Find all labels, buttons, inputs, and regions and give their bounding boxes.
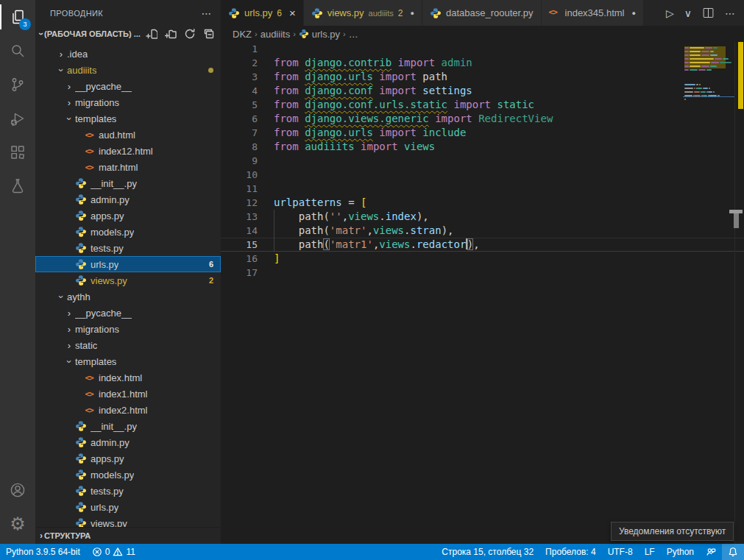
new-file-icon[interactable] (146, 28, 157, 40)
tree-folder-aythh[interactable]: ›aythh (35, 288, 221, 305)
tree-folder-templates[interactable]: ›templates (35, 353, 221, 369)
chevron-right-icon[interactable]: › (63, 324, 75, 335)
breadcrumb[interactable]: DKZ›audiiits›urls.py›… (221, 26, 744, 42)
tree-item-label: views.py (91, 275, 127, 286)
python-file-icon (75, 501, 87, 513)
language-mode-item[interactable]: Python (661, 544, 700, 560)
minimap[interactable] (683, 42, 734, 544)
tree-item-label: __init__.py (91, 178, 137, 189)
workspace-actions (146, 28, 215, 40)
chevron-down-icon[interactable]: › (64, 355, 75, 367)
activitybar-account-icon[interactable] (0, 473, 35, 507)
tree-folder--idea[interactable]: ›.idea (35, 46, 221, 62)
explorer-more-actions-icon[interactable]: ⋯ (202, 7, 212, 19)
tree-file-matr-html[interactable]: <>matr.html (35, 159, 221, 175)
tree-file-admin-py[interactable]: admin.py (35, 191, 221, 208)
code-line-7: 7from django.urls import include (221, 126, 744, 140)
chevron-right-icon[interactable]: › (63, 97, 75, 108)
tree-file-models-py[interactable]: models.py (35, 467, 221, 483)
tree-item-label: urls.py (91, 502, 118, 513)
tree-item-label: tests.py (91, 486, 124, 497)
tree-file-index2-html[interactable]: <>index2.html (35, 402, 221, 418)
tree-folder-migrations[interactable]: ›migrations (35, 321, 221, 337)
line-number: 15 (221, 238, 258, 251)
activitybar-source-control-icon[interactable] (0, 68, 35, 102)
problems-item[interactable]: 0 11 (86, 544, 141, 560)
refresh-icon[interactable] (184, 28, 196, 40)
breadcrumb-segment[interactable]: audiiits (261, 29, 290, 40)
tree-folder-templates[interactable]: ›templates (35, 110, 221, 127)
tree-file-index1-html[interactable]: <>index1.html (35, 386, 221, 402)
chevron-right-icon[interactable]: › (63, 340, 75, 351)
tab-database-roouter-py[interactable]: database_roouter.py (422, 0, 542, 26)
run-dropdown-icon[interactable]: ∨ (684, 7, 692, 19)
outline-section-header[interactable]: › СТРУКТУРА (35, 527, 221, 543)
close-icon[interactable]: × (289, 7, 296, 19)
html-file-icon: <> (549, 7, 561, 19)
line-number: 6 (221, 112, 258, 126)
line-number: 8 (221, 140, 258, 154)
feedback-item[interactable] (700, 544, 722, 560)
tree-file-tests-py[interactable]: tests.py (35, 483, 221, 499)
code-line-17: 17 (221, 266, 744, 280)
activitybar-testing-icon[interactable] (0, 169, 35, 203)
tab-urls-py[interactable]: urls.py6× (221, 0, 304, 26)
tab-label: views.py (327, 7, 364, 18)
encoding-item[interactable]: UTF-8 (602, 544, 639, 560)
indentation-item[interactable]: Пробелов: 4 (539, 544, 602, 560)
tree-file-apps-py[interactable]: apps.py (35, 450, 221, 467)
tree-file-tests-py[interactable]: tests.py (35, 240, 221, 256)
tree-folder--pycache-[interactable]: ›__pycache__ (35, 305, 221, 321)
modified-dot-icon[interactable]: ● (411, 10, 414, 17)
chevron-right-icon[interactable]: › (55, 49, 67, 60)
more-actions-icon[interactable]: ⋯ (725, 7, 735, 19)
tree-file-index12-html[interactable]: <>index12.html (35, 143, 221, 159)
notifications-tooltip: Уведомления отсутствуют (611, 522, 734, 541)
split-editor-icon[interactable] (702, 7, 715, 19)
tab-index345-html[interactable]: <>index345.html● (542, 0, 644, 26)
cursor-position-item[interactable]: Строка 15, столбец 32 (436, 544, 539, 560)
workspace-section-header[interactable]: › (РАБОЧАЯ ОБЛАСТЬ) ... (35, 26, 221, 42)
chevron-right-icon[interactable]: › (63, 81, 75, 92)
tree-folder-static[interactable]: ›static (35, 337, 221, 353)
scrollbar-handle-icon[interactable] (734, 213, 739, 228)
activitybar-extensions-icon[interactable] (0, 135, 35, 169)
chevron-right-icon[interactable]: › (63, 308, 75, 319)
collapse-all-icon[interactable] (203, 28, 215, 40)
activitybar-search-icon[interactable] (0, 34, 35, 68)
notifications-bell-item[interactable] (722, 544, 744, 560)
tree-file--init-py[interactable]: __init__.py (35, 418, 221, 434)
tree-file-aud-html[interactable]: <>aud.html (35, 127, 221, 143)
run-button-icon[interactable]: ▷ (666, 7, 674, 19)
tree-file-urls-py[interactable]: urls.py6 (35, 256, 221, 272)
tree-file-index-html[interactable]: <>index.html (35, 369, 221, 386)
chevron-down-icon[interactable]: › (56, 291, 67, 302)
new-folder-icon[interactable] (165, 28, 177, 40)
breadcrumb-segment[interactable]: DKZ (233, 29, 252, 40)
code-editor[interactable]: 12from django.contrib import admin3from … (221, 42, 744, 544)
tree-file-models-py[interactable]: models.py (35, 224, 221, 240)
modified-dot-icon[interactable]: ● (631, 10, 635, 17)
tree-folder-migrations[interactable]: ›migrations (35, 94, 221, 110)
tab-views-py[interactable]: views.pyaudiiits2● (304, 0, 422, 26)
tree-folder--pycache-[interactable]: ›__pycache__ (35, 78, 221, 94)
activitybar-settings-icon[interactable]: ⚙ (0, 507, 35, 541)
tree-file--init-py[interactable]: __init__.py (35, 175, 221, 191)
activitybar-run-debug-icon[interactable] (0, 102, 35, 135)
breadcrumb-segment[interactable]: … (349, 29, 358, 40)
overview-ruler[interactable] (734, 42, 744, 544)
indent-guide (274, 210, 274, 252)
chevron-down-icon[interactable]: › (56, 64, 67, 76)
chevron-down-icon[interactable]: › (64, 113, 75, 124)
tree-file-admin-py[interactable]: admin.py (35, 434, 221, 450)
tree-item-label: templates (75, 356, 116, 367)
tree-file-apps-py[interactable]: apps.py (35, 208, 221, 224)
tree-folder-audiiits[interactable]: ›audiiits (35, 62, 221, 78)
breadcrumb-segment[interactable]: urls.py (312, 29, 340, 40)
eol-item[interactable]: LF (639, 544, 661, 560)
line-number: 2 (221, 56, 258, 70)
tree-file-urls-py[interactable]: urls.py (35, 499, 221, 515)
activitybar-explorer-icon[interactable]: 3 (0, 0, 35, 34)
python-interpreter-item[interactable]: Python 3.9.5 64-bit (0, 544, 86, 560)
tree-file-views-py[interactable]: views.py2 (35, 272, 221, 288)
